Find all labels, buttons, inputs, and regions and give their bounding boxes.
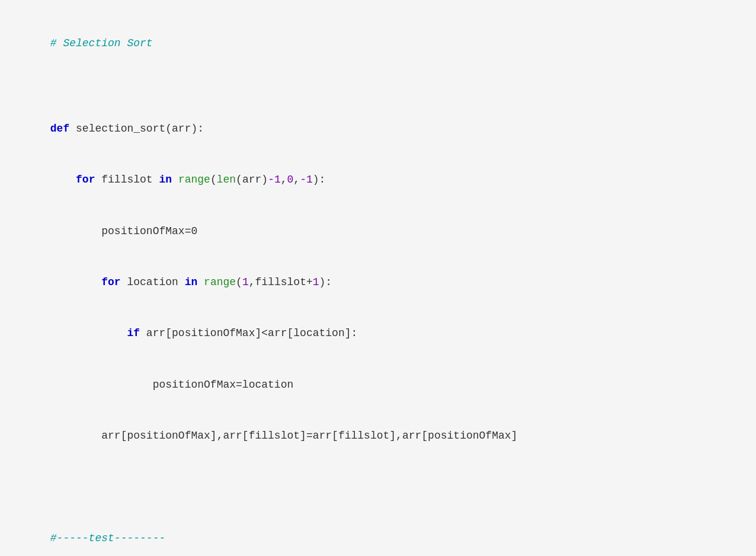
- indent-2: [50, 276, 101, 288]
- func-name: selection_sort(arr):: [76, 123, 204, 135]
- for-line-2: for location in range(1,fillslot+1):: [12, 257, 744, 308]
- comma-1: ,: [281, 174, 287, 186]
- for-line-1: for fillslot in range(len(arr)-1,0,-1):: [12, 154, 744, 205]
- num-minus1: -1: [268, 174, 281, 186]
- indent-3: [50, 327, 127, 339]
- empty-line-3: [12, 462, 744, 479]
- num-1: 1: [242, 276, 249, 288]
- if-condition: arr[positionOfMax]<arr[location]:: [146, 327, 357, 339]
- var-fillslot: fillslot: [101, 174, 159, 186]
- comment-test: #-----test--------: [12, 513, 744, 556]
- keyword-for-1: for: [76, 174, 101, 186]
- if-line: if arr[positionOfMax]<arr[location]:: [12, 308, 744, 359]
- def-line: def selection_sort(arr):: [12, 103, 744, 154]
- builtin-len: len: [217, 174, 236, 186]
- paren-1: (: [210, 174, 217, 186]
- empty-line-5: [12, 496, 744, 513]
- empty-line-2: [12, 86, 744, 103]
- empty-line-4: [12, 479, 744, 496]
- indent-1: [50, 174, 76, 186]
- keyword-if: if: [127, 327, 146, 339]
- comma-3: ,fillslot+: [249, 276, 313, 288]
- builtin-range-2: range: [204, 276, 236, 288]
- num-1b: 1: [313, 276, 319, 288]
- comma-2: ,: [293, 174, 300, 186]
- pos-of-max-assign: positionOfMax=0: [50, 225, 197, 237]
- keyword-for-2: for: [101, 276, 127, 288]
- paren-close-2: ):: [319, 276, 332, 288]
- comment-title: # Selection Sort: [12, 18, 744, 69]
- keyword-def: def: [50, 123, 76, 135]
- var-location: location: [127, 276, 184, 288]
- paren-close-1: ):: [313, 174, 326, 186]
- num-0-1: 0: [287, 174, 294, 186]
- paren-2: (: [236, 276, 242, 288]
- assign-line-2: positionOfMax=location: [12, 359, 744, 410]
- empty-line-1: [12, 69, 744, 86]
- keyword-in-1: in: [159, 174, 178, 186]
- comment-test-text: #-----test--------: [50, 532, 165, 544]
- comment-title-text: # Selection Sort: [50, 37, 153, 49]
- swap-line: arr[positionOfMax],arr[fillslot]=arr[fil…: [12, 410, 744, 461]
- builtin-range-1: range: [178, 174, 210, 186]
- keyword-in-2: in: [185, 276, 204, 288]
- swap-statement: arr[positionOfMax],arr[fillslot]=arr[fil…: [50, 430, 518, 442]
- code-section: # Selection Sort def selection_sort(arr)…: [0, 0, 756, 556]
- arr-1: (arr): [236, 174, 268, 186]
- main-container: # Selection Sort def selection_sort(arr)…: [0, 0, 756, 556]
- assign-line-1: positionOfMax=0: [12, 206, 744, 257]
- num-neg1: -1: [300, 174, 313, 186]
- pos-of-max-assign-2: positionOfMax=location: [50, 379, 293, 391]
